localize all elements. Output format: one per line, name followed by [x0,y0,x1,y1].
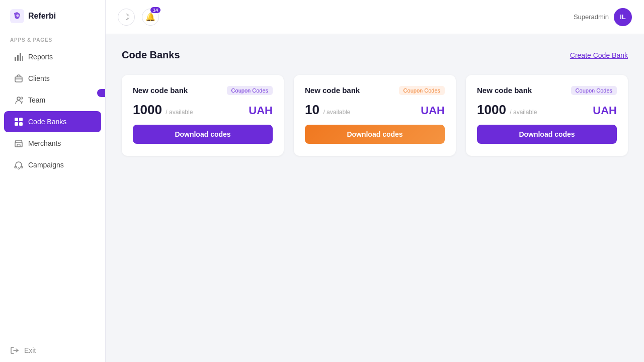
stat-label: / available [510,109,537,116]
stat-currency: UAH [421,104,445,117]
card-stats: 1000 / available UAH [477,102,617,118]
code-bank-card-3: New code bank Coupon Codes 1000 / availa… [466,75,628,156]
chart-icon [14,52,23,61]
sidebar-item-campaigns[interactable]: Campaigns [4,154,101,175]
page-content: Code Banks Create Code Bank New code ban… [106,34,644,362]
team-icon [14,96,23,105]
logo-text: Referbi [28,12,56,21]
count-area: 1000 / available [133,102,193,118]
exit-button[interactable]: Exit [0,339,105,362]
svg-rect-1 [15,57,16,61]
svg-rect-9 [15,118,18,121]
briefcase-icon [14,74,23,83]
sidebar-item-clients[interactable]: Clients [4,68,101,89]
svg-rect-3 [20,53,21,61]
bell-icon: 🔔 [145,12,155,22]
svg-rect-4 [22,56,23,61]
stat-count: 10 [305,102,319,117]
grid-icon [14,117,23,126]
stat-count: 1000 [477,102,506,117]
merchants-label: Merchants [28,139,61,147]
moon-icon: ☽ [123,12,130,22]
download-codes-button-3[interactable]: Download codes [477,125,617,144]
card-stats: 1000 / available UAH [133,102,273,118]
exit-icon [10,346,19,355]
card-name: New code bank [133,86,188,95]
svg-point-8 [21,97,23,99]
card-name: New code bank [477,86,532,95]
svg-rect-10 [19,118,23,121]
logo-area: Referbi [0,0,105,32]
clients-label: Clients [28,74,50,82]
svg-rect-5 [15,77,22,82]
notifications-button[interactable]: 🔔 14 [142,9,159,26]
page-title: Code Banks [122,49,180,61]
count-area: 10 / available [305,102,350,118]
code-banks-grid: New code bank Coupon Codes 1000 / availa… [122,75,628,156]
download-codes-button-2[interactable]: Download codes [305,125,445,144]
code-bank-card-1: New code bank Coupon Codes 1000 / availa… [122,75,284,156]
sidebar-item-code-banks[interactable]: Code Banks [4,111,101,132]
main-area: ☽ 🔔 14 Superadmin IL Code Banks Create C… [106,0,644,362]
active-indicator [97,89,105,97]
campaigns-icon [14,160,23,169]
svg-point-17 [18,168,20,169]
stat-currency: UAH [593,104,617,117]
campaigns-label: Campaigns [28,161,64,169]
code-banks-label: Code Banks [28,118,66,126]
stat-count: 1000 [133,102,162,117]
user-role-label: Superadmin [574,13,609,21]
card-header: New code bank Coupon Codes [133,86,273,95]
count-area: 1000 / available [477,102,537,118]
sidebar-item-team[interactable]: Team [4,89,101,111]
avatar[interactable]: IL [614,8,632,26]
card-header: New code bank Coupon Codes [477,86,617,95]
coupon-badge: Coupon Codes [227,86,273,95]
exit-label: Exit [24,346,36,354]
svg-point-7 [17,97,20,100]
sidebar-item-reports[interactable]: Reports [4,46,101,67]
card-stats: 10 / available UAH [305,102,445,118]
logo-icon [10,9,24,23]
apps-pages-label: APPS & PAGES [0,32,105,46]
card-name: New code bank [305,86,360,95]
coupon-badge: Coupon Codes [571,86,617,95]
topbar-user: Superadmin IL [574,8,632,26]
topbar: ☽ 🔔 14 Superadmin IL [106,0,644,34]
topbar-actions: ☽ 🔔 14 [118,9,568,26]
svg-rect-12 [19,122,23,126]
create-code-bank-link[interactable]: Create Code Bank [570,51,628,59]
sidebar-item-merchants[interactable]: Merchants [4,133,101,154]
coupon-badge: Coupon Codes [399,86,445,95]
svg-rect-11 [15,122,18,126]
download-codes-button-1[interactable]: Download codes [133,125,273,144]
svg-rect-2 [17,55,19,61]
sidebar: Referbi APPS & PAGES Reports Clients [0,0,106,362]
stat-label: / available [166,109,193,116]
code-bank-card-2: New code bank Coupon Codes 10 / availabl… [294,75,456,156]
reports-label: Reports [28,53,53,61]
stat-currency: UAH [249,104,273,117]
page-header: Code Banks Create Code Bank [122,49,628,61]
store-icon [14,139,23,148]
team-label: Team [28,96,45,104]
card-header: New code bank Coupon Codes [305,86,445,95]
notification-badge: 14 [150,7,160,13]
stat-label: / available [323,109,350,116]
theme-toggle-button[interactable]: ☽ [118,9,135,26]
